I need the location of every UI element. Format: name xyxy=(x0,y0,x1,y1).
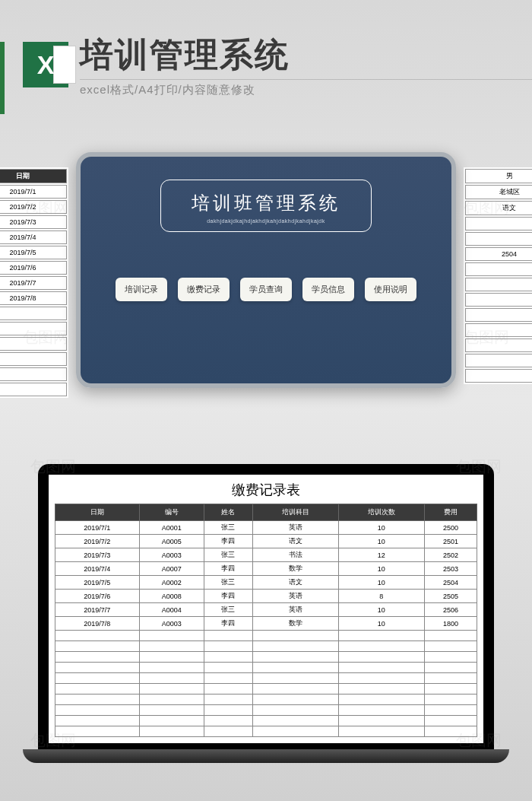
column-header: 费用 xyxy=(424,504,477,521)
spreadsheet-view: 缴费记录表 日期编号姓名培训科目培训次数费用 2019/7/1A0001张三英语… xyxy=(49,475,483,743)
empty-cell xyxy=(252,663,338,673)
table-row-empty xyxy=(55,663,477,673)
side-right-cell xyxy=(465,217,532,230)
side-left-cell: 2019/7/4 xyxy=(0,230,67,244)
empty-cell xyxy=(424,641,477,652)
table-cell: 8 xyxy=(338,590,424,603)
table-cell: A0003 xyxy=(139,617,204,631)
empty-cell xyxy=(338,663,424,673)
empty-cell xyxy=(55,641,140,652)
table-cell: 李四 xyxy=(204,617,252,631)
empty-cell xyxy=(465,339,532,352)
table-row: 2019/7/7A0004张三英语102506 xyxy=(55,603,477,617)
column-header: 日期 xyxy=(55,504,140,521)
accent-bar xyxy=(0,42,5,114)
table-cell: 10 xyxy=(338,562,424,576)
empty-cell xyxy=(0,322,67,335)
side-table-left: 日期 2019/7/12019/7/22019/7/32019/7/42019/… xyxy=(0,167,68,398)
table-cell: 2019/7/8 xyxy=(55,617,140,631)
side-left-cell: 2019/7/2 xyxy=(0,200,67,214)
dashboard-panel: 培训班管理系统 dakhjdakjdkajhdjakhdjkahjdakhdjk… xyxy=(76,152,456,388)
table-row: 2019/7/2A0005李四语文102501 xyxy=(55,535,477,548)
table-cell: A0002 xyxy=(139,576,204,590)
table-cell: 2505 xyxy=(424,590,477,603)
table-cell: 2504 xyxy=(424,576,477,590)
empty-cell xyxy=(252,684,338,695)
empty-cell xyxy=(465,278,532,291)
column-header: 培训科目 xyxy=(252,504,338,521)
empty-cell xyxy=(204,641,252,652)
table-row: 2019/7/3A0003张三书法122502 xyxy=(55,548,477,562)
table-cell: 2019/7/7 xyxy=(55,603,140,617)
empty-cell xyxy=(204,663,252,673)
table-row-empty xyxy=(55,705,477,716)
column-header: 编号 xyxy=(139,504,204,521)
empty-cell xyxy=(139,652,204,663)
panel-title-box: 培训班管理系统 dakhjdakjdkajhdjakhdjkahjdakhdjk… xyxy=(160,180,372,232)
laptop-base xyxy=(23,749,509,763)
empty-cell xyxy=(139,641,204,652)
side-left-cell: 2019/7/3 xyxy=(0,215,67,229)
side-right-cell: 语文 xyxy=(465,201,532,215)
table-cell: 英语 xyxy=(252,521,338,535)
empty-cell xyxy=(204,684,252,695)
side-left-cell: 2019/7/7 xyxy=(0,276,67,290)
table-cell: 2019/7/1 xyxy=(55,521,140,535)
empty-cell xyxy=(55,684,140,695)
empty-cell xyxy=(424,695,477,705)
table-cell: 张三 xyxy=(204,603,252,617)
empty-cell xyxy=(204,673,252,684)
empty-cell xyxy=(424,705,477,716)
empty-cell xyxy=(252,652,338,663)
empty-cell xyxy=(338,695,424,705)
table-cell: 数学 xyxy=(252,562,338,576)
side-table-right: 男老城区语文2504 xyxy=(464,167,532,384)
empty-cell xyxy=(252,641,338,652)
table-cell: 2019/7/6 xyxy=(55,590,140,603)
empty-cell xyxy=(55,705,140,716)
empty-cell xyxy=(204,726,252,737)
table-row-empty xyxy=(55,673,477,684)
table-cell: 书法 xyxy=(252,548,338,562)
table-row-empty xyxy=(55,684,477,695)
nav-button-3[interactable]: 学员信息 xyxy=(302,278,354,301)
sheet-title: 缴费记录表 xyxy=(55,481,477,499)
table-cell: 2503 xyxy=(424,562,477,576)
table-cell: A0003 xyxy=(139,548,204,562)
table-cell: 2506 xyxy=(424,603,477,617)
table-row: 2019/7/6A0008李四英语82505 xyxy=(55,590,477,603)
page-subtitle: excel格式/A4打印/内容随意修改 xyxy=(80,79,532,97)
table-row-empty xyxy=(55,652,477,663)
nav-button-4[interactable]: 使用说明 xyxy=(365,278,416,301)
table-cell: 张三 xyxy=(204,548,252,562)
empty-cell xyxy=(55,652,140,663)
empty-cell xyxy=(139,673,204,684)
empty-cell xyxy=(252,716,338,726)
table-cell: A0008 xyxy=(139,590,204,603)
empty-cell xyxy=(338,726,424,737)
panel-title: 培训班管理系统 xyxy=(192,191,340,215)
nav-button-0[interactable]: 培训记录 xyxy=(116,278,167,301)
empty-cell xyxy=(424,652,477,663)
table-row: 2019/7/5A0002张三语文102504 xyxy=(55,576,477,590)
empty-cell xyxy=(0,383,67,396)
empty-cell xyxy=(424,716,477,726)
table-cell: 10 xyxy=(338,617,424,631)
empty-cell xyxy=(252,705,338,716)
table-cell: 10 xyxy=(338,603,424,617)
table-cell: 1800 xyxy=(424,617,477,631)
empty-cell xyxy=(204,652,252,663)
table-cell: 英语 xyxy=(252,603,338,617)
payment-table: 日期编号姓名培训科目培训次数费用 2019/7/1A0001张三英语102500… xyxy=(55,504,477,737)
table-row-empty xyxy=(55,726,477,737)
laptop-mockup: 缴费记录表 日期编号姓名培训科目培训次数费用 2019/7/1A0001张三英语… xyxy=(38,464,494,763)
nav-button-1[interactable]: 缴费记录 xyxy=(178,278,230,301)
empty-cell xyxy=(204,716,252,726)
table-cell: 英语 xyxy=(252,590,338,603)
table-row: 2019/7/4A0007李四数学102503 xyxy=(55,562,477,576)
nav-button-2[interactable]: 学员查询 xyxy=(240,278,292,301)
empty-cell xyxy=(55,631,140,641)
side-left-cell: 2019/7/5 xyxy=(0,246,67,259)
laptop-screen: 缴费记录表 日期编号姓名培训科目培训次数费用 2019/7/1A0001张三英语… xyxy=(38,464,494,749)
side-left-cell: 2019/7/1 xyxy=(0,185,67,199)
